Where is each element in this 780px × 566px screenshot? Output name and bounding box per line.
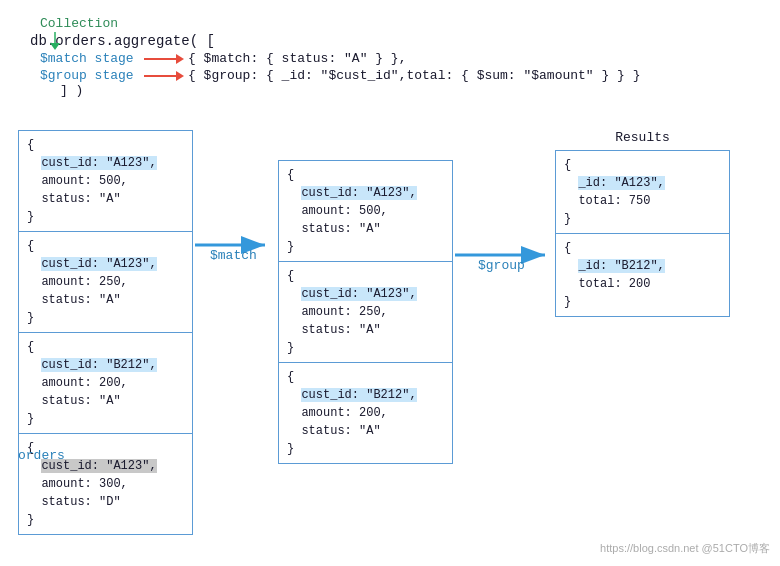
- group-stage-row: $group stage { $group: { _id: "$cust_id"…: [40, 68, 760, 83]
- match-arrow-label: $match: [210, 248, 257, 263]
- group-arrow-label: $group: [478, 258, 525, 273]
- down-arrow-icon: [48, 32, 62, 50]
- group-arrow-icon: [144, 70, 184, 82]
- group-stage-code: { $group: { _id: "$cust_id",total: { $su…: [188, 68, 640, 83]
- match-stage-code: { $match: { status: "A" } },: [188, 51, 406, 66]
- diagram-area: { cust_id: "A123", amount: 500, status: …: [0, 130, 780, 566]
- match-arrow-icon: [144, 53, 184, 65]
- match-stage-row: $match stage { $match: { status: "A" } }…: [40, 51, 760, 66]
- match-doc-3: { cust_id: "B212", amount: 200, status: …: [279, 363, 452, 463]
- code-section: Collection db.orders.aggregate( [ $match…: [0, 0, 780, 106]
- match-doc-2: { cust_id: "A123", amount: 250, status: …: [279, 262, 452, 363]
- results-title: Results: [555, 130, 730, 145]
- svg-marker-1: [50, 43, 60, 50]
- results-box: { _id: "A123", total: 750 } { _id: "B212…: [555, 150, 730, 317]
- group-stage-label: $group stage: [40, 68, 140, 83]
- orders-label: orders: [18, 448, 65, 463]
- match-stage-label: $match stage: [40, 51, 140, 66]
- match-box: { cust_id: "A123", amount: 500, status: …: [278, 160, 453, 464]
- doc-3: { cust_id: "B212", amount: 200, status: …: [19, 333, 192, 434]
- result-doc-1: { _id: "A123", total: 750 }: [556, 151, 729, 234]
- doc-2: { cust_id: "A123", amount: 250, status: …: [19, 232, 192, 333]
- closing-bracket: ] ): [60, 83, 760, 98]
- result-doc-2: { _id: "B212", total: 200 }: [556, 234, 729, 316]
- collection-label: Collection: [40, 16, 118, 31]
- doc-1: { cust_id: "A123", amount: 500, status: …: [19, 131, 192, 232]
- watermark: https://blog.csdn.net @51CTO博客: [600, 541, 770, 556]
- collection-box: { cust_id: "A123", amount: 500, status: …: [18, 130, 193, 535]
- match-doc-1: { cust_id: "A123", amount: 500, status: …: [279, 161, 452, 262]
